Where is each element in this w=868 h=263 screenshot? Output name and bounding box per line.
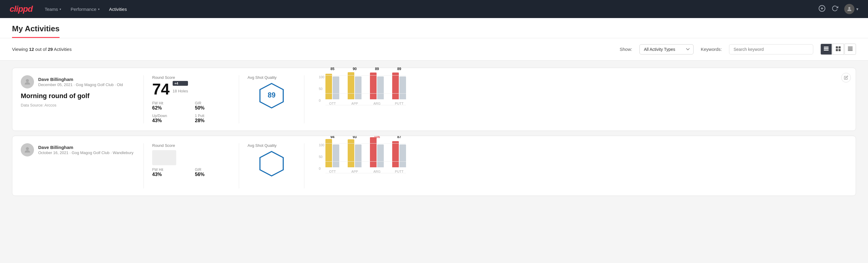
viewing-text: Viewing 12 out of 29 Activities	[12, 47, 612, 52]
bar-app-value: 90	[353, 67, 357, 71]
keywords-label: Keywords:	[701, 47, 722, 52]
edit-button[interactable]	[841, 73, 851, 83]
chart-y-labels-2: 100 50 0	[319, 143, 324, 176]
navbar: clippd Teams ▾ Performance ▾ Activities	[0, 0, 868, 18]
view-list-detail-button[interactable]	[844, 43, 856, 55]
gridline-top	[326, 75, 406, 76]
svg-rect-12	[848, 48, 852, 49]
card-divider	[144, 75, 144, 123]
one-putt-stat: 1 Putt 28%	[195, 114, 230, 123]
round-score-label: Round Score	[152, 75, 230, 80]
quality-title-2: Avg Shot Quality	[248, 143, 277, 148]
svg-marker-18	[260, 152, 283, 176]
bar-ott-bar-2	[326, 140, 339, 167]
bar-arg-bg-2	[377, 144, 384, 167]
bar-ott-bar	[326, 72, 339, 99]
bar-app-bg-2	[355, 144, 362, 167]
y-label-100: 100	[319, 75, 324, 79]
chart-wrapper-2: 100 50 0 94 OTT	[319, 143, 847, 188]
svg-rect-5	[824, 48, 829, 49]
nav-performance[interactable]: Performance ▾	[71, 7, 99, 12]
activity-type-select[interactable]: All Activity Types	[640, 44, 693, 55]
card-divider-3	[304, 75, 304, 123]
add-icon[interactable]	[818, 5, 826, 13]
bar-putt-fill-2	[392, 141, 399, 167]
bar-app-value-2: 93	[353, 136, 357, 139]
bar-ott-bg-2	[333, 144, 339, 167]
score-holes: 18 Holes	[173, 89, 188, 93]
activities-list: Dave Billingham December 05, 2021 · Gog …	[0, 60, 868, 203]
card-divider-2	[239, 75, 239, 123]
sub-stats-2: FW Hit 43% GIR 56%	[152, 168, 230, 177]
quality-section: Avg Shot Quality 89	[248, 75, 296, 109]
teams-chevron-icon: ▾	[60, 7, 61, 11]
avatar	[844, 4, 855, 14]
chart-y-labels: 100 50 0	[319, 75, 324, 108]
fw-hit-value-2: 43%	[152, 172, 188, 177]
bar-arg-bg	[377, 77, 384, 99]
gridline-mid-2	[326, 161, 406, 162]
score-row: 74 +4 18 Holes	[152, 81, 230, 97]
logo: clippd	[10, 4, 32, 14]
hex-container: 89	[258, 82, 285, 109]
svg-rect-9	[836, 49, 838, 51]
bar-ott: 85 OTT	[326, 67, 339, 105]
hex-score-text: 89	[268, 91, 276, 99]
card-divider-5	[239, 143, 239, 188]
bar-arg-fill-2	[370, 137, 377, 167]
bar-app-fill	[348, 72, 354, 99]
svg-rect-4	[824, 47, 829, 48]
user-menu[interactable]: ▾	[844, 4, 858, 14]
bar-arg-fill	[370, 72, 377, 99]
svg-rect-6	[824, 50, 829, 51]
updown-value: 43%	[152, 118, 188, 123]
filter-bar: Viewing 12 out of 29 Activities Show: Al…	[0, 38, 868, 60]
bar-putt: 89 PUTT	[392, 67, 406, 105]
nav-activities[interactable]: Activities	[109, 7, 127, 12]
gridline-bot-2	[326, 173, 406, 173]
bar-putt-bar-2	[392, 140, 406, 167]
hexagon-icon-2	[258, 150, 285, 177]
chart-section: 100 50 0 85 OTT	[313, 75, 847, 120]
bar-ott-fill	[326, 74, 332, 99]
refresh-icon[interactable]	[832, 5, 838, 13]
svg-rect-10	[839, 49, 841, 51]
bar-putt-fill	[392, 72, 399, 99]
gir-label: GIR	[195, 101, 230, 105]
y-label-50: 50	[319, 87, 324, 91]
view-grid-button[interactable]	[833, 43, 844, 55]
bar-putt-2: 87 PUTT	[392, 136, 406, 173]
svg-rect-14	[848, 50, 852, 51]
page-title: My Activities	[12, 24, 60, 38]
user-name: Dave Billingham	[38, 77, 123, 82]
bar-app-2: 93 APP	[348, 136, 362, 173]
y-label-0-2: 0	[319, 167, 324, 170]
chart-section-2: 100 50 0 94 OTT	[313, 143, 847, 188]
gridline-mid	[326, 93, 406, 94]
score-placeholder	[152, 149, 230, 165]
nav-teams[interactable]: Teams ▾	[44, 7, 61, 12]
updown-stat: Up/Down 43%	[152, 114, 188, 123]
bar-putt-value-2: 87	[397, 136, 401, 139]
bar-arg-value: 89	[375, 67, 379, 71]
keyword-search-input[interactable]	[729, 44, 813, 55]
view-list-compact-button[interactable]	[820, 43, 832, 55]
nav-items: Teams ▾ Performance ▾ Activities	[44, 7, 127, 12]
fw-hit-label-2: FW Hit	[152, 168, 188, 172]
bar-ott-2: 94 OTT	[326, 136, 339, 173]
bar-arg-bar-2	[370, 140, 384, 167]
quality-title: Avg Shot Quality	[248, 75, 277, 80]
bar-putt-value: 89	[397, 67, 401, 71]
bar-arg-2: 106 ARG	[370, 136, 384, 173]
navbar-right: ▾	[818, 4, 858, 14]
bar-putt-bar	[392, 72, 406, 99]
bar-putt-bg-2	[399, 144, 406, 167]
avatar	[21, 75, 34, 88]
stats-section-2: Round Score FW Hit 43% GIR 56%	[152, 143, 230, 177]
avatar-2	[21, 143, 34, 156]
bar-app-bar-2	[348, 140, 362, 167]
bar-arg: 89 ARG	[370, 67, 384, 105]
round-score-label-2: Round Score	[152, 143, 230, 148]
user-details: Dave Billingham December 05, 2021 · Gog …	[38, 77, 123, 87]
activity-card: Dave Billingham December 05, 2021 · Gog …	[12, 68, 856, 131]
